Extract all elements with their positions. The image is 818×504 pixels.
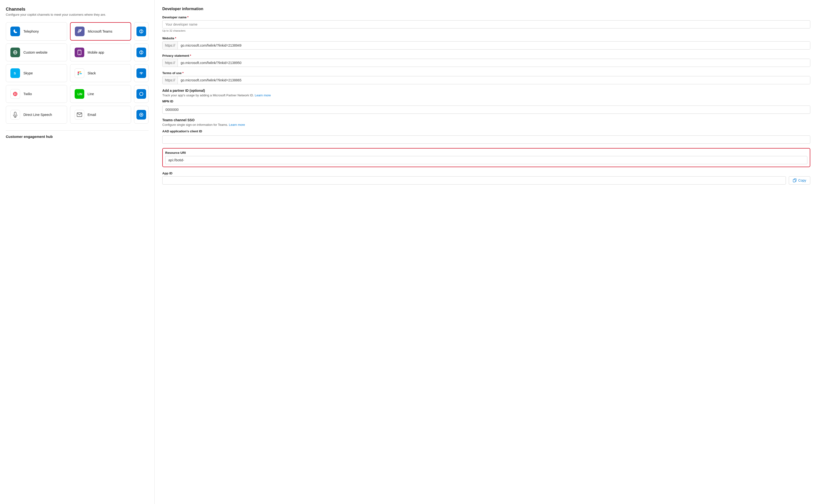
website-icon: [10, 48, 20, 57]
svg-point-21: [13, 92, 17, 96]
partial-icon-3: [136, 68, 146, 78]
resource-uri-input[interactable]: [165, 156, 807, 164]
privacy-input-wrap: https://: [162, 59, 810, 67]
terms-group: Terms of use * https://: [162, 71, 810, 84]
email-label: Email: [88, 113, 96, 117]
privacy-input[interactable]: [178, 59, 810, 67]
sso-title: Teams channel SSO: [162, 118, 810, 122]
slack-icon: [75, 68, 84, 78]
website-label: Custom website: [23, 50, 48, 54]
required-star-4: *: [182, 71, 184, 75]
app-id-group: App ID Copy: [162, 171, 810, 185]
aad-input[interactable]: [162, 135, 810, 144]
svg-rect-18: [78, 74, 79, 75]
telephony-label: Telephony: [23, 29, 39, 33]
terms-label: Terms of use *: [162, 71, 810, 75]
channel-card-partial-4[interactable]: [134, 85, 149, 103]
sso-desc: Configure single sign-on information for…: [162, 123, 810, 127]
channel-card-partial-1[interactable]: [134, 22, 149, 41]
bottom-section: Customer engagement hub: [6, 130, 149, 139]
terms-input-wrap: https://: [162, 76, 810, 84]
required-star-3: *: [190, 54, 191, 57]
twilio-label: Twilio: [23, 92, 32, 96]
app-id-label: App ID: [162, 171, 810, 175]
mobile-icon: [75, 48, 84, 57]
right-panel: Developer information Developer name * U…: [155, 0, 818, 504]
svg-point-25: [15, 94, 16, 95]
channel-card-twilio[interactable]: Twilio: [6, 85, 67, 103]
partner-section: Add a partner ID (optional) Track your a…: [162, 89, 810, 114]
resource-uri-section: Resource URI: [162, 148, 810, 167]
developer-name-input[interactable]: [162, 20, 810, 28]
partial-icon-4: [136, 89, 146, 99]
svg-rect-17: [79, 73, 82, 74]
channel-card-website[interactable]: Custom website: [6, 43, 67, 61]
speech-label: Direct Line Speech: [23, 113, 52, 117]
required-star: *: [187, 15, 188, 19]
copy-icon: [793, 178, 797, 182]
channel-card-partial-3[interactable]: [134, 64, 149, 82]
speech-icon: [10, 110, 20, 120]
resource-uri-label: Resource URI: [165, 151, 807, 155]
twilio-icon: [10, 89, 20, 99]
privacy-label: Privacy statement *: [162, 54, 810, 57]
line-label: Line: [88, 92, 94, 96]
svg-point-23: [15, 93, 16, 94]
mpn-input[interactable]: [162, 106, 810, 114]
partial-icon-5: [136, 110, 146, 120]
svg-rect-37: [793, 179, 795, 182]
website-input[interactable]: [178, 42, 810, 49]
developer-name-hint: Up to 32 characters: [162, 29, 810, 32]
mobile-label: Mobile app: [88, 50, 104, 54]
channel-card-partial-2[interactable]: [134, 43, 149, 61]
partner-learn-more-link[interactable]: Learn more: [255, 93, 271, 97]
terms-prefix: https://: [163, 76, 178, 84]
svg-point-22: [14, 93, 15, 94]
channel-card-mobile[interactable]: Mobile app: [70, 43, 131, 61]
partial-icon-2: [136, 48, 146, 57]
channel-card-slack[interactable]: Slack: [70, 64, 131, 82]
terms-input[interactable]: [178, 76, 810, 84]
app-id-input[interactable]: [162, 176, 786, 185]
developer-name-label: Developer name *: [162, 15, 810, 19]
channel-card-teams[interactable]: T Microsoft Teams: [70, 22, 131, 41]
partner-desc: Track your app's usage by adding a Micro…: [162, 93, 810, 97]
skype-label: Skype: [23, 71, 33, 75]
channel-grid: Telephony T Microsoft Teams: [6, 22, 149, 124]
privacy-group: Privacy statement * https://: [162, 54, 810, 67]
channel-card-partial-5[interactable]: [134, 106, 149, 124]
developer-name-group: Developer name * Up to 32 characters: [162, 15, 810, 32]
required-star-2: *: [175, 36, 176, 40]
aad-group: AAD application's client ID: [162, 129, 810, 144]
channel-card-skype[interactable]: S Skype: [6, 64, 67, 82]
channel-card-speech[interactable]: Direct Line Speech: [6, 106, 67, 124]
line-icon: LINE: [75, 89, 84, 99]
svg-point-2: [80, 29, 82, 31]
svg-text:S: S: [14, 71, 16, 75]
customer-engagement-title: Customer engagement hub: [6, 135, 149, 139]
teams-label: Microsoft Teams: [88, 29, 113, 33]
developer-info-title: Developer information: [162, 7, 810, 11]
partner-title: Add a partner ID (optional): [162, 89, 810, 92]
mpn-label: MPN ID: [162, 99, 810, 103]
skype-icon: S: [10, 68, 20, 78]
channel-card-line[interactable]: LINE Line: [70, 85, 131, 103]
teams-icon: T: [75, 27, 85, 36]
copy-button[interactable]: Copy: [789, 176, 810, 185]
telephony-icon: [10, 27, 20, 36]
sso-section: Teams channel SSO Configure single sign-…: [162, 118, 810, 144]
copy-label: Copy: [798, 178, 806, 182]
svg-rect-16: [78, 71, 79, 74]
slack-label: Slack: [88, 71, 96, 75]
svg-point-20: [141, 73, 142, 74]
channel-card-telephony[interactable]: Telephony: [6, 22, 67, 41]
email-icon: [75, 110, 84, 120]
aad-label: AAD application's client ID: [162, 129, 810, 133]
svg-text:LINE: LINE: [78, 92, 82, 96]
privacy-prefix: https://: [163, 59, 178, 67]
svg-point-28: [140, 92, 143, 96]
app-id-row: Copy: [162, 176, 810, 185]
website-group: Website * https://: [162, 36, 810, 50]
sso-learn-more-link[interactable]: Learn more: [229, 123, 245, 127]
channel-card-email[interactable]: Email: [70, 106, 131, 124]
